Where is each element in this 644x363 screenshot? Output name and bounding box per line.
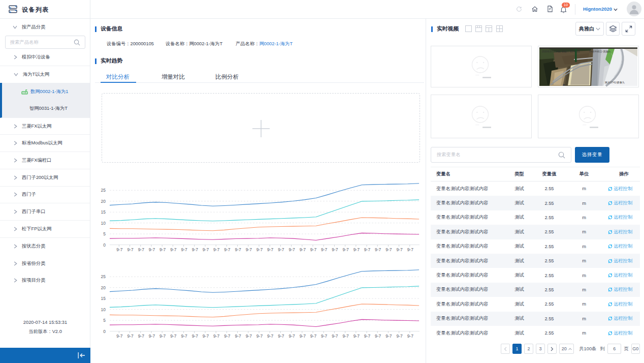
svg-text:9-7: 9-7 [138, 247, 145, 252]
svg-text:5: 5 [103, 318, 106, 323]
svg-text:9-7: 9-7 [364, 247, 371, 252]
svg-text:9-7: 9-7 [375, 247, 381, 252]
svg-text:9-7: 9-7 [342, 334, 349, 339]
svg-text:9-7: 9-7 [278, 247, 284, 252]
svg-text:9-7: 9-7 [159, 247, 166, 252]
svg-text:9-7: 9-7 [181, 247, 187, 252]
svg-text:9-7: 9-7 [192, 334, 199, 339]
svg-text:10: 10 [101, 307, 106, 312]
svg-text:9-7: 9-7 [385, 247, 392, 252]
svg-text:25: 25 [101, 188, 106, 193]
svg-text:9-7: 9-7 [396, 247, 403, 252]
svg-text:9-7: 9-7 [407, 247, 414, 252]
svg-text:10: 10 [101, 221, 106, 226]
svg-text:9-7: 9-7 [353, 247, 360, 252]
svg-text:9-7: 9-7 [235, 247, 241, 252]
svg-text:9-7: 9-7 [159, 334, 166, 339]
svg-text:9-7: 9-7 [353, 334, 360, 339]
svg-text:9-7: 9-7 [332, 247, 338, 252]
svg-text:9-7: 9-7 [224, 334, 231, 339]
svg-text:9-7: 9-7 [267, 247, 274, 252]
svg-text:9-7: 9-7 [192, 247, 199, 252]
svg-text:04对外排口-清澈白: 04对外排口-清澈白 [589, 50, 610, 53]
svg-text:9-7: 9-7 [213, 334, 220, 339]
svg-text:5: 5 [103, 231, 106, 236]
svg-text:9-7: 9-7 [300, 247, 306, 252]
svg-text:9-7: 9-7 [246, 334, 252, 339]
svg-text:9-7: 9-7 [342, 247, 349, 252]
svg-text:9-7: 9-7 [149, 247, 155, 252]
svg-text:9-7: 9-7 [127, 247, 134, 252]
svg-text:9-7: 9-7 [235, 334, 241, 339]
svg-text:20: 20 [101, 199, 106, 204]
svg-text:15: 15 [101, 296, 106, 301]
svg-text:9-7: 9-7 [138, 334, 145, 339]
svg-text:9-7: 9-7 [116, 334, 123, 339]
svg-text:9-7: 9-7 [310, 247, 317, 252]
svg-text:9-7: 9-7 [300, 334, 306, 339]
svg-text:9-7: 9-7 [288, 247, 295, 252]
svg-text:15: 15 [101, 209, 106, 215]
svg-text:2020年07月14日 星期二 15:47:21: 2020年07月14日 星期二 15:47:21 [542, 50, 580, 53]
svg-text:9-7: 9-7 [127, 334, 134, 339]
svg-text:0: 0 [103, 329, 106, 334]
svg-text:9-7: 9-7 [256, 247, 263, 252]
svg-text:9-7: 9-7 [267, 334, 274, 339]
svg-text:9-7: 9-7 [364, 334, 371, 339]
svg-text:9-7: 9-7 [213, 247, 220, 252]
svg-text:0: 0 [103, 243, 106, 248]
svg-text:9-7: 9-7 [170, 334, 177, 339]
svg-text:9-7: 9-7 [181, 334, 187, 339]
svg-text:9-7: 9-7 [116, 247, 123, 252]
svg-text:9-7: 9-7 [149, 334, 155, 339]
svg-text:20: 20 [101, 285, 106, 290]
svg-text:9-7: 9-7 [203, 334, 209, 339]
svg-text:9-7: 9-7 [203, 247, 209, 252]
svg-text:9-7: 9-7 [224, 247, 231, 252]
svg-text:9-7: 9-7 [332, 334, 338, 339]
svg-text:网关0741/摄像头: 网关0741/摄像头 [605, 81, 625, 84]
svg-text:9-7: 9-7 [321, 334, 328, 339]
svg-text:9-7: 9-7 [385, 334, 392, 339]
svg-text:9-7: 9-7 [407, 334, 414, 339]
svg-text:9-7: 9-7 [278, 334, 284, 339]
svg-text:9-7: 9-7 [396, 334, 403, 339]
svg-text:9-7: 9-7 [170, 247, 177, 252]
svg-text:25: 25 [101, 274, 106, 279]
svg-text:9-7: 9-7 [310, 334, 317, 339]
svg-text:9-7: 9-7 [375, 334, 381, 339]
svg-text:9-7: 9-7 [256, 334, 263, 339]
svg-text:9-7: 9-7 [321, 247, 328, 252]
svg-text:9-7: 9-7 [288, 334, 295, 339]
svg-text:9-7: 9-7 [246, 247, 252, 252]
